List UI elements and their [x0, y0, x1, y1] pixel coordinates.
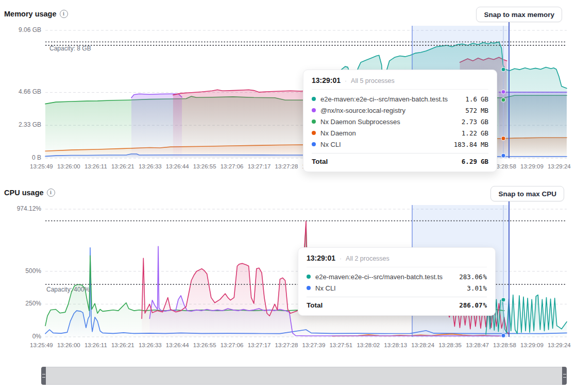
grip-icon [42, 374, 45, 378]
snap-to-max-memory-button[interactable]: Snap to max memory [476, 7, 562, 22]
x-tick-label: 13:26:33 [139, 342, 162, 348]
info-icon[interactable]: i [60, 10, 68, 18]
x-tick-label: 13:27:17 [248, 163, 271, 169]
process-value: 1.6 [465, 95, 477, 103]
x-tick-label: 13:26:33 [139, 163, 162, 169]
memory-tooltip: 13:29:01 · All 5 processes e2e-maven:e2e… [303, 70, 497, 172]
series-dot [312, 142, 316, 146]
y-tick-label: 9.06 GB [0, 26, 41, 33]
memory-title-label: Memory usage [4, 10, 57, 18]
x-tick-label: 13:29:09 [520, 342, 544, 348]
info-icon[interactable]: i [47, 189, 55, 197]
series-dot [307, 275, 311, 279]
total-value: 286.07 [459, 301, 482, 309]
process-value: 283.06 [459, 273, 482, 281]
x-tick-label: 13:28:13 [384, 342, 407, 348]
tooltip-separator: · [345, 77, 347, 84]
x-tick-label: 13:28:02 [357, 342, 380, 348]
scrubber-right-handle[interactable] [562, 367, 567, 385]
tooltip-header: 13:29:01 · All 2 processes [307, 253, 487, 267]
time-range-scrubber [41, 367, 567, 385]
cpu-title-label: CPU usage [4, 189, 44, 197]
tooltip-rows: e2e-maven:e2e-ci--src/maven-batch.test.t… [312, 90, 488, 152]
x-tick-label: 13:26:00 [57, 342, 80, 348]
process-name: e2e-maven:e2e-ci--src/maven-batch.test.t… [320, 95, 465, 103]
y-tick-label: 0% [0, 333, 41, 340]
tooltip-row: Nx Daemon Subprocesses 2.73 GB [312, 116, 488, 127]
grip-icon [563, 374, 566, 378]
process-unit: GB [481, 118, 488, 126]
y-tick-label: 500% [0, 267, 41, 275]
process-unit: % [483, 273, 487, 281]
tooltip-row: Nx Daemon 1.22 GB [312, 127, 488, 139]
x-tick-label: 13:26:21 [111, 342, 134, 348]
y-tick-label: 0 B [0, 154, 41, 161]
tooltip-time: 13:29:01 [312, 76, 341, 84]
x-tick-label: 13:28:24 [411, 342, 434, 348]
x-tick-label: 13:27:28 [275, 163, 298, 169]
tooltip-row: Nx CLI 3.01 % [307, 282, 487, 294]
total-label: Total [307, 301, 459, 309]
tooltip-time: 13:29:01 [307, 254, 335, 262]
scrubber-track[interactable] [46, 367, 562, 385]
x-tick-label: 13:27:17 [248, 342, 271, 348]
x-tick-label: 13:27:39 [302, 342, 326, 348]
x-tick-label: 13:27:28 [275, 342, 298, 348]
process-value: 1.22 [462, 129, 477, 137]
process-value: 572 [465, 107, 477, 114]
tooltip-row: Nx CLI 183.84 MB [312, 139, 488, 150]
y-tick-label: 974.12% [0, 205, 41, 212]
x-tick-label: 13:26:11 [84, 342, 107, 348]
total-unit: % [483, 301, 487, 309]
x-tick-label: 13:28:47 [466, 342, 489, 348]
x-tick-label: 13:26:44 [166, 163, 189, 169]
x-tick-label: 13:26:55 [193, 342, 216, 348]
tooltip-header: 13:29:01 · All 5 processes [312, 75, 488, 90]
charts-canvas [0, 0, 576, 392]
snap-to-max-cpu-button[interactable]: Snap to max CPU [490, 186, 564, 201]
process-name: e2e-maven:e2e-ci--src/maven-batch.test.t… [315, 273, 459, 281]
tooltip-row: @nx/nx-source:local-registry 572 MB [312, 105, 488, 116]
x-tick-label: 13:26:00 [57, 163, 80, 169]
total-value: 6.29 [462, 158, 477, 165]
cpu-section-title: CPU usage i [4, 189, 55, 197]
process-value: 3.01 [467, 284, 482, 292]
series-dot [312, 120, 316, 124]
total-unit: GB [481, 158, 488, 165]
process-name: Nx Daemon [320, 129, 462, 137]
total-label: Total [312, 158, 462, 165]
x-tick-label: 13:27:06 [221, 342, 244, 348]
process-name: @nx/nx-source:local-registry [320, 107, 465, 114]
y-tick-label: 250% [0, 300, 41, 307]
x-tick-label: 13:27:51 [329, 342, 352, 348]
tooltip-total-row: Total 6.29 GB [312, 153, 488, 165]
process-unit: MB [481, 107, 488, 114]
process-unit: MB [481, 141, 488, 148]
x-tick-label: 13:28:35 [438, 342, 462, 348]
x-tick-label: 13:29:24 [548, 342, 571, 348]
x-tick-label: 13:25:49 [30, 163, 53, 169]
y-tick-label: 2.33 GB [0, 121, 41, 128]
x-tick-label: 13:25:49 [30, 342, 53, 348]
process-unit: GB [481, 129, 488, 137]
capacity-annotation: Capacity: 400% [46, 286, 90, 293]
series-dot [312, 97, 316, 101]
x-tick-label: 13:29:09 [520, 163, 544, 169]
tooltip-row: e2e-maven:e2e-ci--src/maven-batch.test.t… [312, 93, 488, 105]
series-dot [312, 131, 316, 135]
capacity-annotation: Capacity: 8 GB [49, 45, 91, 52]
x-tick-label: 13:29:24 [548, 163, 571, 169]
x-tick-label: 13:27:06 [221, 163, 244, 169]
process-name: Nx CLI [320, 141, 454, 148]
process-value: 183.84 [454, 141, 477, 148]
scrubber-left-handle[interactable] [41, 367, 46, 385]
cpu-x-axis: 13:25:4913:26:0013:26:1113:26:2113:26:33… [30, 342, 571, 348]
series-dot [307, 286, 311, 290]
process-unit: % [483, 284, 487, 292]
y-tick-label: 4.66 GB [0, 88, 41, 95]
process-value: 2.73 [462, 118, 477, 126]
tooltip-separator: · [340, 255, 342, 262]
tooltip-total-row: Total 286.07 % [307, 297, 487, 309]
process-name: Nx CLI [315, 284, 467, 292]
process-name: Nx Daemon Subprocesses [320, 118, 462, 126]
